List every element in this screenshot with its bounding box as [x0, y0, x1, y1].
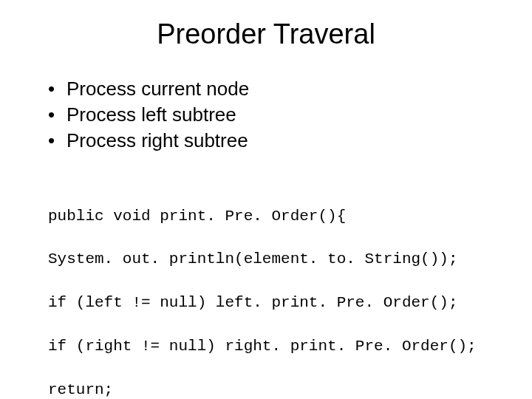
- bullet-item: Process left subtree: [48, 102, 502, 128]
- code-line: public void print. Pre. Order(){: [48, 205, 502, 227]
- bullet-item: Process right subtree: [48, 128, 502, 154]
- code-line: if (left != null) left. print. Pre. Orde…: [48, 292, 502, 313]
- bullet-list: Process current node Process left subtre…: [30, 76, 502, 154]
- code-line: return;: [48, 379, 502, 399]
- code-block: public void print. Pre. Order(){ System.…: [30, 183, 502, 399]
- code-line: System. out. println(element. to. String…: [48, 248, 502, 270]
- code-line: if (right != null) right. print. Pre. Or…: [48, 335, 502, 357]
- bullet-item: Process current node: [48, 76, 502, 102]
- slide-title: Preorder Traveral: [30, 18, 502, 50]
